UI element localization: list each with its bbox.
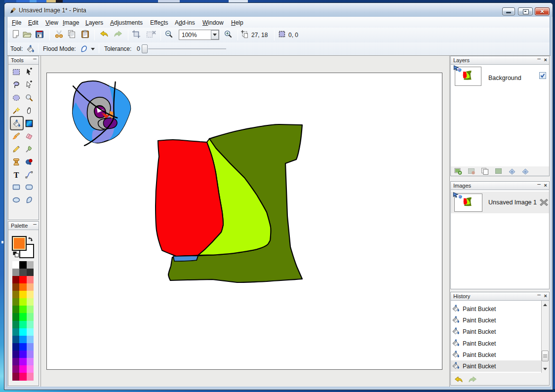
svg-text:T: T	[14, 171, 19, 179]
